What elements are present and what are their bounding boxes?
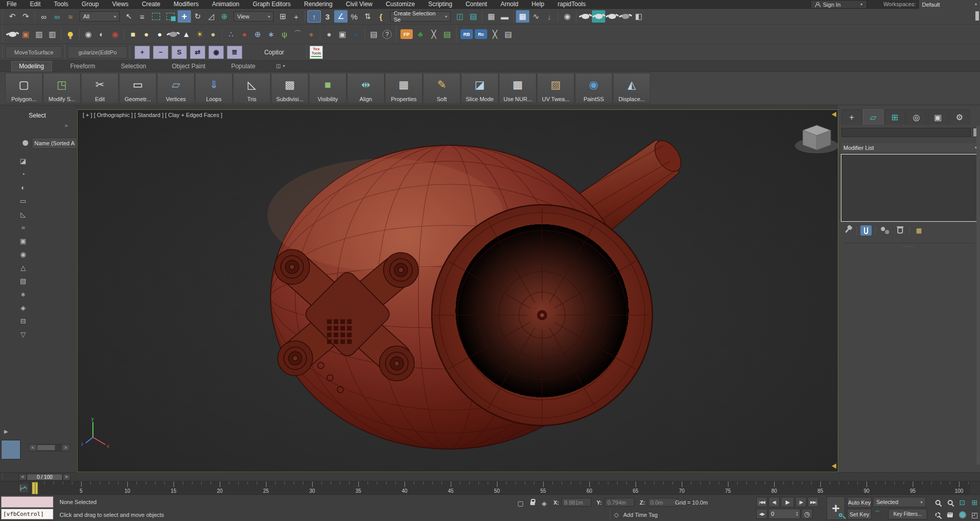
named-selection-set-dropdown[interactable]: Create Selection Se ▾ (390, 11, 451, 22)
select-and-place-icon[interactable]: ⊕ (218, 10, 231, 23)
auto-key-button[interactable]: Auto Key (847, 497, 872, 508)
selection-lock-icon[interactable] (527, 497, 537, 507)
menu-file[interactable]: File (0, 0, 23, 9)
modifier-list-dropdown[interactable]: Modifier List ▾ (841, 143, 979, 152)
ribbon-paintss-button[interactable]: ◉PaintSS (575, 73, 612, 104)
previous-frame-button[interactable]: ◀|| (768, 497, 780, 507)
itoo-tools-icon[interactable]: ╳ (427, 28, 440, 41)
explorer-expand-arrow[interactable]: ▶ (4, 429, 8, 434)
set-key-button[interactable]: Set Key (847, 509, 872, 519)
select-and-rotate-icon[interactable]: ↻ (191, 10, 204, 23)
percent-snap-icon[interactable]: % (348, 10, 361, 23)
particle-array-icon[interactable]: ∴ (224, 28, 238, 41)
current-frame-field[interactable]: 0 ▴▾ (768, 509, 800, 519)
ribbon-tris-button[interactable]: ◺Tris (233, 73, 271, 104)
filter-lights-icon[interactable]: ◐ (18, 183, 28, 192)
ribbon-edit-button[interactable]: ✂Edit (81, 73, 119, 104)
align-icon[interactable]: ▤ (467, 10, 480, 23)
explorer-corner-button[interactable] (1, 440, 21, 459)
menu-modifiers[interactable]: Modifiers (167, 0, 205, 9)
key-selection-dropdown[interactable]: Selected ▾ (873, 497, 926, 507)
z-coordinate-field[interactable]: 0.0m (648, 498, 678, 507)
select-by-name-icon[interactable]: ≡ (136, 10, 149, 23)
scroll-thumb[interactable] (37, 445, 55, 450)
attach-plus-icon[interactable]: + (134, 46, 150, 59)
pf-source-icon[interactable]: ● (238, 28, 251, 41)
create-pinecone-icon[interactable]: ● (304, 28, 318, 41)
angle-snap-icon[interactable]: ∠ (334, 10, 348, 23)
redo-icon[interactable]: ↷ (19, 10, 32, 23)
lock-cell-icon[interactable]: ⊟ (18, 317, 28, 325)
toggle-layer-explorer-icon[interactable]: ▦ (485, 10, 498, 23)
explorer-horizontal-scrollbar[interactable]: < > (29, 444, 70, 451)
spinner-snap-icon[interactable]: ⇅ (361, 10, 374, 23)
pan-icon[interactable] (944, 509, 956, 520)
scroll-right-button[interactable]: > (62, 445, 69, 451)
object-name-field[interactable] (841, 128, 971, 137)
make-unique-icon[interactable] (879, 225, 891, 236)
create-box-icon[interactable]: ■ (126, 28, 140, 41)
filter-helpers-icon[interactable]: ◺ (18, 210, 28, 219)
time-slider[interactable] (32, 482, 38, 494)
textools-button[interactable]: Tex Tools (310, 46, 323, 59)
railclone-rb-icon[interactable]: RB (460, 29, 473, 39)
zoom-region-icon[interactable] (932, 509, 944, 520)
show-end-result-icon[interactable] (860, 225, 872, 236)
panel-divider-handle[interactable]: ······· (902, 244, 915, 249)
swap-objects-icon[interactable]: ⇄ (190, 46, 205, 59)
explorer-column-header[interactable]: Name (Sorted A (32, 138, 77, 149)
forest-trees-icon[interactable]: ♣ (414, 28, 427, 41)
filter-spacewarps-icon[interactable]: ≈ (18, 223, 28, 232)
viewport-label[interactable]: [ + ] [ Orthographic ] [ Standard ] [ Cl… (83, 112, 222, 118)
toolbar-drag-handle[interactable] (2, 26, 4, 43)
camera-match-icon[interactable]: ▣ (336, 28, 349, 41)
filter-containers-icon[interactable]: ▤ (18, 277, 28, 285)
tab-utilities-icon[interactable]: ⚙ (949, 109, 970, 125)
y-coordinate-field[interactable]: 0.794m (605, 498, 635, 507)
toolbar-drag-handle[interactable] (64, 45, 66, 59)
space-warp-icon[interactable]: ⊕ (251, 28, 264, 41)
unlink-selection-icon[interactable]: ∞ (50, 10, 64, 23)
zoom-extents-icon[interactable]: ⊡ (956, 496, 968, 508)
sign-in-button[interactable]: Sign In ▾ (811, 0, 867, 9)
filter-bones-icon[interactable]: △ (18, 263, 28, 272)
key-mode-toggle-button[interactable]: ◀▶ (756, 509, 767, 519)
ribbon-align-button[interactable]: ⇹Align (347, 73, 385, 104)
zoom-icon[interactable] (932, 496, 944, 508)
ribbon-subdivision-button[interactable]: ▩Subdivisi... (271, 73, 309, 104)
remove-modifier-icon[interactable] (894, 225, 906, 236)
regularize-button[interactable]: gularize(EditPo (68, 46, 127, 59)
viewport-canvas[interactable]: [ + ] [ Orthographic ] [ Standard ] [ Cl… (77, 109, 838, 472)
toolbar-drag-handle[interactable] (455, 26, 458, 43)
sort-lines-icon[interactable]: ≣ (227, 46, 242, 59)
time-configuration-button[interactable]: ◷ (801, 509, 813, 519)
select-object-icon[interactable]: ↖ (122, 10, 136, 23)
help-icon[interactable]: ? (382, 30, 392, 39)
key-filters-button[interactable]: Key Filters... (888, 509, 927, 519)
ribbon-uv-tweak-button[interactable]: ▨UV Twea... (537, 73, 574, 104)
menu-tools[interactable]: Tools (47, 0, 75, 9)
set-keys-button[interactable]: + (827, 496, 845, 520)
compare-media-icon[interactable]: ◧ (632, 10, 645, 23)
next-frame-button[interactable]: ||▶ (795, 497, 806, 507)
create-light-icon[interactable] (64, 28, 77, 41)
render-setup-icon[interactable] (579, 10, 592, 23)
next-frame-button[interactable]: > (63, 474, 70, 480)
menu-rendering[interactable]: Rendering (297, 0, 339, 9)
film-camera-icon[interactable]: ◉ (108, 28, 122, 41)
rc-list-icon[interactable]: ▤ (502, 28, 515, 41)
pick-material-icon[interactable]: ▽ (18, 330, 28, 339)
movetosurface-button[interactable]: MoveToSurface (6, 46, 62, 59)
go-to-start-button[interactable]: |◀◀ (756, 497, 767, 507)
x-coordinate-field[interactable]: 8.981m (562, 498, 591, 507)
menu-create[interactable]: Create (135, 0, 167, 9)
undo-icon[interactable]: ↶ (6, 10, 19, 23)
ribbon-vertices-button[interactable]: ▱Vertices (157, 73, 195, 104)
panel-divider[interactable] (843, 243, 974, 243)
isolate-selection-icon[interactable]: ▢ (515, 498, 526, 508)
create-feather-icon[interactable]: ⌒ (291, 28, 304, 41)
select-and-link-icon[interactable]: ∞ (37, 10, 50, 23)
ribbon-use-nurms-button[interactable]: ▦Use NUR... (499, 73, 536, 104)
ribbon-displace-button[interactable]: ◭Displace... (613, 73, 650, 104)
tab-populate[interactable]: Populate (224, 62, 262, 71)
